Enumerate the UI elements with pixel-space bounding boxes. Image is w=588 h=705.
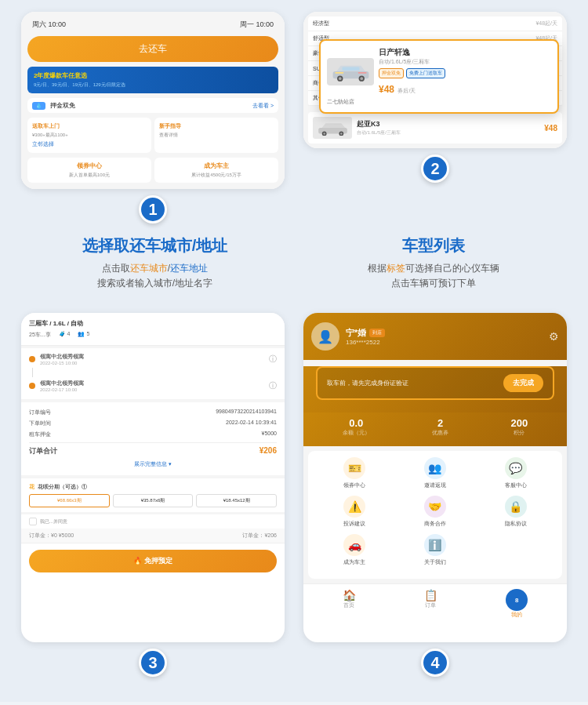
bottom-nav: 🏠 首页 📋 订单 8 我的 [303, 583, 567, 623]
service2-title: 新手指导 [159, 122, 274, 130]
menu-customer-service[interactable]: 💬 客服中心 [494, 457, 537, 489]
coupon-value: 2 [432, 417, 448, 429]
inst-btn-12[interactable]: ¥18.45x12期 [196, 494, 277, 507]
phone1-wrapper: 周六 10:00 周一 10:00 去还车 2年度爆款车任意选 9元/日、39元… [16, 12, 289, 223]
luggage: 4 [67, 331, 71, 336]
inst-btn-6[interactable]: ¥35.87x6期 [113, 494, 194, 507]
dropoff-time: 2022-02-17 10:00 [40, 387, 264, 392]
other-car-info: 起亚K3 自动/1.6L/5座/三厢车 [357, 119, 401, 136]
complaint-icon: ⚠️ [343, 496, 365, 518]
menu-become-owner[interactable]: 🚗 成为车主 [333, 534, 376, 566]
link-return-city[interactable]: 还车城市 [130, 263, 168, 274]
deposit-row-detail: 租车押金 ¥5000 [29, 429, 277, 440]
svg-point-4 [360, 77, 363, 80]
settings-icon[interactable]: ⚙ [549, 330, 559, 343]
promo-card-1: 领券中心 新人首单最高100元 [27, 158, 151, 183]
promo2-title: 成为车主 [158, 162, 274, 170]
go-return-btn[interactable]: 去还车 [27, 36, 278, 62]
coupon-label: 优惠券 [432, 429, 448, 437]
pickup-location: 领寓中北领秀领寓 [40, 353, 264, 361]
reserve-bar: 🔥 免押预定 [21, 543, 285, 579]
stats-row: 0.0 余额（元） 2 优惠券 200 积分 [303, 412, 567, 446]
phone3: 三厢车 / 1.6L / 自动 25车...享 🧳 4 👥 5 领寓中北领秀领寓 [21, 313, 285, 642]
nav-orders-label: 订单 [424, 601, 437, 609]
order-number-row: 订单编号 99804973220214103941 [29, 407, 277, 418]
step-badge-2: 2 [421, 154, 449, 183]
service2-action[interactable]: 查看详情 [159, 132, 274, 139]
car-highlight-card[interactable]: 日产轩逸 自动/1.6L/5座/三厢车 押金双免 免费上门送取车 ¥48 券后/… [319, 39, 559, 114]
link-tag[interactable]: 标签 [387, 263, 405, 274]
other-car-sub: 自动/1.6L/5座/三厢车 [357, 129, 401, 136]
reserve-button[interactable]: 🔥 免押预定 [29, 550, 277, 572]
other-car-price: ¥48 [544, 124, 557, 133]
menu-complaint[interactable]: ⚠️ 投诉建议 [333, 496, 376, 528]
promo-card-2: 成为车主 累计收益4500元/15万手 [154, 158, 278, 183]
section1-desc: 点击取还车城市/还车地址 搜索或者输入城市/地址名字 [24, 261, 286, 291]
menu-invite[interactable]: 👥 邀请返现 [413, 457, 456, 489]
verify-alert: 取车前，请先完成身份证验证 去完成 [316, 366, 554, 400]
pickup-time: 2022-02-15 10:00 [40, 361, 264, 365]
total-row: 订单合计 ¥206 [29, 442, 277, 458]
deposit-detail-label: 租车押金 [29, 431, 51, 438]
user-phone: 136****2522 [346, 339, 543, 346]
stat-points: 200 积分 [511, 417, 528, 437]
menu-privacy[interactable]: 🔒 隐私协议 [494, 496, 537, 528]
username: 宁*婚 [346, 327, 366, 339]
complete-button[interactable]: 去完成 [503, 374, 543, 392]
pickup-row: 领寓中北领秀领寓 2022-02-15 10:00 ⓘ [29, 353, 277, 365]
service1-action[interactable]: 立邻选择 [32, 140, 147, 148]
type-label-1: 经济型 [313, 20, 335, 27]
promo2-desc: 累计收益4500元/15万手 [158, 172, 274, 179]
car-image [327, 58, 374, 85]
svg-rect-5 [342, 67, 359, 71]
terms-checkbox[interactable] [29, 518, 37, 525]
time-bar: 周六 10:00 周一 10:00 [27, 18, 278, 31]
terms-text: 我已...并同意 [40, 518, 67, 525]
section2-desc: 根据标签可选择自己的心仪车辆 点击车辆可预订下单 [302, 261, 564, 291]
nav-home[interactable]: 🏠 首页 [343, 589, 356, 619]
installment-label: 花呗分期（可选）① [38, 483, 87, 491]
coupon-icon: 🎫 [343, 457, 365, 479]
dropoff-row: 领寓中北领秀领寓 2022-02-17 10:00 ⓘ [29, 380, 277, 392]
car-type-economy[interactable]: 经济型 ¥48起/天 [308, 16, 562, 31]
nav-orders[interactable]: 📋 订单 [424, 589, 437, 619]
menu-about[interactable]: ℹ️ 关于我们 [413, 534, 456, 566]
svg-point-12 [340, 133, 343, 135]
deposit-label: 押金双免 [50, 101, 252, 110]
store-name: 二七轨站店 [327, 98, 551, 106]
service-icon: 💬 [505, 457, 527, 479]
link-return-addr[interactable]: 还车地址 [170, 263, 208, 274]
expand-button[interactable]: 展示完整信息 ▾ [29, 458, 277, 471]
inst-btn-3[interactable]: ¥68.66x3期 [29, 494, 110, 507]
time-left: 周六 10:00 [32, 20, 66, 30]
svg-point-3 [338, 77, 341, 80]
menu-row-3: 🚗 成为车主 ℹ️ 关于我们 [314, 534, 556, 566]
nav-home-label: 首页 [343, 601, 356, 609]
deposit-action[interactable]: 去看看 > [252, 102, 274, 110]
car-price-unit: 券后/天 [397, 88, 416, 93]
invite-icon: 👥 [424, 457, 446, 479]
business-icon: 🤝 [424, 496, 446, 518]
menu-row-1: 🎫 领券中心 👥 邀请返现 💬 客服中心 [314, 457, 556, 489]
deposit-row: 💧 押金双免 去看看 > [27, 98, 278, 113]
other-car-row[interactable]: 起亚K3 自动/1.6L/5座/三厢车 ¥48 [308, 112, 562, 144]
user-header: 👤 宁*婚 到店 136****2522 ⚙ [303, 313, 567, 360]
menu-business[interactable]: 🤝 商务合作 [413, 496, 456, 528]
order-no-value: 99804973220214103941 [216, 409, 277, 416]
tag-delivery: 免费上门送取车 [406, 68, 445, 78]
menu-coupon-center[interactable]: 🎫 领券中心 [333, 457, 376, 489]
menu-privacy-label: 隐私协议 [494, 520, 537, 528]
nav-profile-badge-wrapper: 8 [506, 589, 528, 611]
order-total-summary: 订单金：¥206 [242, 532, 277, 540]
user-info: 宁*婚 到店 136****2522 [346, 327, 543, 346]
bottom-labels-section [0, 681, 588, 702]
order-no-label: 订单编号 [29, 409, 51, 416]
order-header: 三厢车 / 1.6L / 自动 25车...享 🧳 4 👥 5 [21, 313, 285, 346]
nav-profile[interactable]: 8 我的 [506, 589, 528, 619]
service-item-2: 新手指导 查看详情 [154, 118, 278, 153]
order-details: 订单编号 99804973220214103941 下单时间 2022-02-1… [21, 402, 285, 475]
promo1-title: 领券中心 [31, 162, 147, 170]
top-section: 周六 10:00 周一 10:00 去还车 2年度爆款车任意选 9元/日、39元… [0, 0, 588, 227]
orders-icon: 📋 [424, 589, 437, 601]
menu-owner-label: 成为车主 [333, 558, 376, 566]
